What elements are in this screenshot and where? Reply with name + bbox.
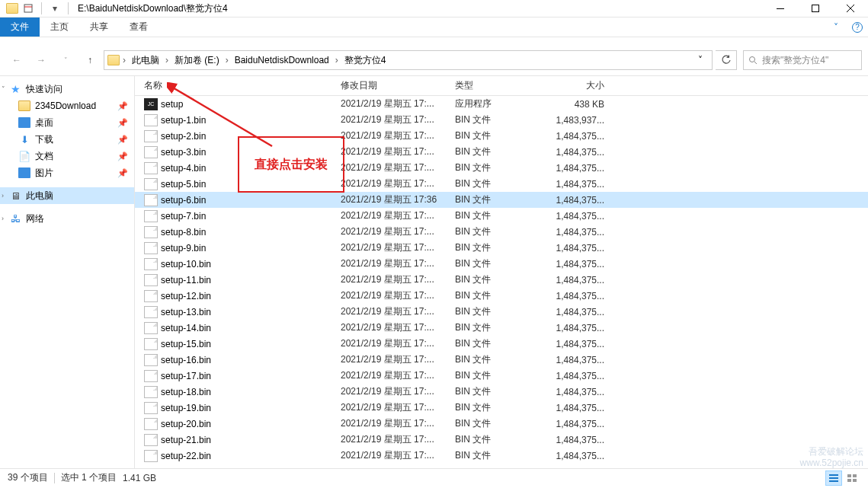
file-size: 1,484,375...: [545, 195, 612, 206]
sidebar-quick-access[interactable]: ˅ ★ 快速访问: [0, 81, 134, 97]
file-row[interactable]: JCsetup2021/2/19 星期五 17:...应用程序438 KB: [135, 96, 868, 112]
up-button[interactable]: ↑: [79, 49, 101, 71]
chevron-right-icon[interactable]: ›: [121, 55, 127, 65]
file-date: 2021/2/19 星期五 17:...: [341, 257, 455, 270]
file-icon: [144, 146, 158, 158]
forward-button[interactable]: →: [30, 49, 52, 71]
file-icon: [144, 386, 158, 398]
maximize-button[interactable]: [798, 0, 833, 18]
sidebar-item-label: 图片: [35, 167, 53, 180]
tab-view[interactable]: 查看: [119, 18, 159, 37]
file-icon: [144, 450, 158, 462]
expand-icon[interactable]: ›: [2, 215, 9, 222]
pin-icon: 📌: [117, 118, 128, 128]
file-size: 1,484,375...: [545, 403, 612, 413]
file-size: 1,484,375...: [545, 243, 612, 254]
tab-file[interactable]: 文件: [0, 18, 40, 37]
file-row[interactable]: setup-9.bin2021/2/19 星期五 17:...BIN 文件1,4…: [135, 240, 868, 256]
sidebar-item[interactable]: ⬇下载📌: [0, 131, 134, 148]
file-row[interactable]: setup-17.bin2021/2/19 星期五 17:...BIN 文件1,…: [135, 368, 868, 384]
titlebar: ▾ E:\BaiduNetdiskDownload\整觉方位4: [0, 0, 868, 18]
file-row[interactable]: setup-13.bin2021/2/19 星期五 17:...BIN 文件1,…: [135, 304, 868, 320]
file-row[interactable]: setup-5.bin2021/2/19 星期五 17:...BIN 文件1,4…: [135, 176, 868, 192]
sidebar-this-pc[interactable]: › 🖥 此电脑: [0, 187, 134, 204]
file-row[interactable]: setup-2.bin2021/2/19 星期五 17:...BIN 文件1,4…: [135, 128, 868, 144]
file-date: 2021/2/19 星期五 17:...: [341, 401, 455, 414]
sidebar-item[interactable]: 图片📌: [0, 164, 134, 181]
file-row[interactable]: setup-7.bin2021/2/19 星期五 17:...BIN 文件1,4…: [135, 208, 868, 224]
file-type: BIN 文件: [455, 161, 545, 174]
file-name: setup-13.bin: [161, 307, 341, 317]
tab-share[interactable]: 共享: [79, 18, 119, 37]
sidebar-item[interactable]: 📄文档📌: [0, 148, 134, 164]
sidebar-item[interactable]: 桌面📌: [0, 114, 134, 131]
sidebar-item-label: 2345Download: [35, 100, 96, 111]
file-type: BIN 文件: [455, 225, 545, 238]
chevron-right-icon[interactable]: ›: [164, 55, 170, 65]
file-type: BIN 文件: [455, 401, 545, 414]
file-size: 1,484,375...: [545, 147, 612, 158]
sidebar-item[interactable]: 2345Download📌: [0, 97, 134, 114]
pic-icon: [18, 167, 30, 178]
file-icon: [144, 338, 158, 350]
refresh-button[interactable]: [716, 50, 737, 70]
breadcrumb-item[interactable]: 此电脑: [129, 51, 162, 69]
file-row[interactable]: setup-8.bin2021/2/19 星期五 17:...BIN 文件1,4…: [135, 224, 868, 240]
file-row[interactable]: setup-4.bin2021/2/19 星期五 17:...BIN 文件1,4…: [135, 160, 868, 176]
file-name: setup-18.bin: [161, 387, 341, 397]
file-row[interactable]: setup-20.bin2021/2/19 星期五 17:...BIN 文件1,…: [135, 416, 868, 432]
chevron-right-icon[interactable]: ›: [334, 55, 340, 65]
window-title: E:\BaiduNetdiskDownload\整觉方位4: [72, 2, 228, 15]
file-list[interactable]: JCsetup2021/2/19 星期五 17:...应用程序438 KBset…: [135, 96, 868, 468]
expand-icon[interactable]: ›: [2, 192, 9, 199]
column-date[interactable]: 修改日期: [341, 79, 455, 92]
file-size: 1,484,375...: [545, 275, 612, 285]
minimize-button[interactable]: [763, 0, 798, 18]
file-row[interactable]: setup-12.bin2021/2/19 星期五 17:...BIN 文件1,…: [135, 288, 868, 304]
file-row[interactable]: setup-3.bin2021/2/19 星期五 17:...BIN 文件1,4…: [135, 144, 868, 160]
search-icon: [748, 56, 757, 65]
file-row[interactable]: setup-19.bin2021/2/19 星期五 17:...BIN 文件1,…: [135, 400, 868, 416]
file-row[interactable]: setup-14.bin2021/2/19 星期五 17:...BIN 文件1,…: [135, 320, 868, 336]
help-button[interactable]: ?: [847, 18, 868, 37]
ribbon-expand-button[interactable]: ˅: [825, 18, 847, 37]
chevron-right-icon[interactable]: ›: [224, 55, 230, 65]
view-large-icons-button[interactable]: [844, 470, 860, 486]
breadcrumb-item[interactable]: BaiduNetdiskDownload: [232, 51, 332, 69]
search-input[interactable]: 搜索"整觉方位4": [743, 50, 862, 70]
file-row[interactable]: setup-15.bin2021/2/19 星期五 17:...BIN 文件1,…: [135, 336, 868, 352]
expand-icon[interactable]: ˅: [2, 85, 9, 93]
column-size[interactable]: 大小: [545, 79, 612, 92]
file-row[interactable]: setup-6.bin2021/2/19 星期五 17:36BIN 文件1,48…: [135, 192, 868, 208]
sidebar-item-label: 下载: [35, 133, 53, 146]
breadcrumb-item[interactable]: 整觉方位4: [341, 51, 389, 69]
view-details-button[interactable]: [825, 470, 842, 486]
file-row[interactable]: setup-10.bin2021/2/19 星期五 17:...BIN 文件1,…: [135, 256, 868, 272]
file-date: 2021/2/19 星期五 17:...: [341, 145, 455, 158]
recent-locations-button[interactable]: ˅: [55, 49, 76, 71]
qat-dropdown-button[interactable]: ▾: [47, 1, 62, 16]
column-name[interactable]: 名称: [144, 79, 341, 92]
file-row[interactable]: setup-22.bin2021/2/19 星期五 17:...BIN 文件1,…: [135, 448, 868, 464]
breadcrumb-bar[interactable]: › 此电脑 › 新加卷 (E:) › BaiduNetdiskDownload …: [104, 50, 713, 70]
file-row[interactable]: setup-16.bin2021/2/19 星期五 17:...BIN 文件1,…: [135, 352, 868, 368]
file-row[interactable]: setup-21.bin2021/2/19 星期五 17:...BIN 文件1,…: [135, 432, 868, 448]
file-row[interactable]: setup-1.bin2021/2/19 星期五 17:...BIN 文件1,4…: [135, 112, 868, 128]
back-button[interactable]: ←: [6, 49, 27, 71]
star-icon: ★: [9, 84, 21, 94]
address-dropdown-button[interactable]: ˅: [692, 55, 709, 65]
sidebar-network[interactable]: › 🖧 网络: [0, 210, 134, 227]
file-size: 1,484,375...: [545, 339, 612, 349]
file-row[interactable]: setup-18.bin2021/2/19 星期五 17:...BIN 文件1,…: [135, 384, 868, 400]
tab-home[interactable]: 主页: [40, 18, 79, 37]
status-size: 1.41 GB: [123, 473, 156, 483]
qat-properties-button[interactable]: [21, 1, 36, 16]
file-row[interactable]: setup-11.bin2021/2/19 星期五 17:...BIN 文件1,…: [135, 272, 868, 288]
close-button[interactable]: [833, 0, 868, 18]
column-type[interactable]: 类型: [455, 79, 545, 92]
file-date: 2021/2/19 星期五 17:...: [341, 337, 455, 350]
main-area: ˅ ★ 快速访问 2345Download📌桌面📌⬇下载📌📄文档📌图片📌 › 🖥…: [0, 75, 868, 468]
file-type: 应用程序: [455, 97, 545, 110]
file-name: setup-12.bin: [161, 291, 341, 301]
breadcrumb-item[interactable]: 新加卷 (E:): [171, 51, 223, 69]
